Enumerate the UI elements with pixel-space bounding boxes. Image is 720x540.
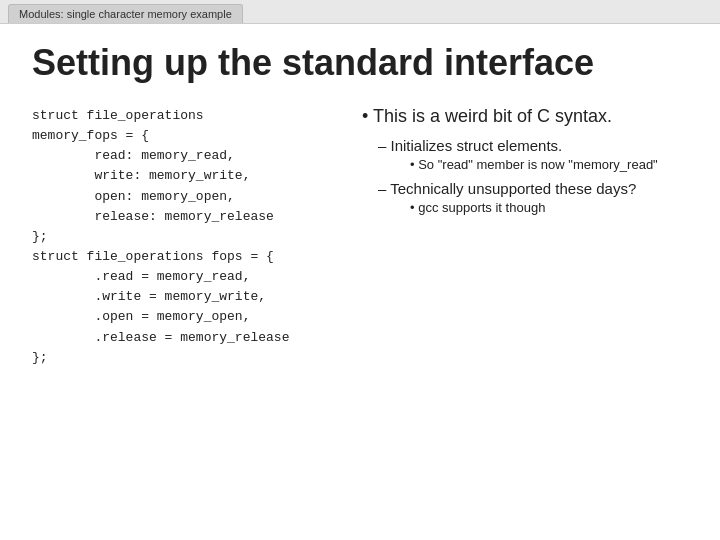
bullet-main: • This is a weird bit of C syntax.: [362, 106, 688, 127]
content-area: struct file_operations memory_fops = { r…: [32, 106, 688, 368]
sub-bullet: gcc supports it though: [410, 200, 688, 215]
page-title: Setting up the standard interface: [32, 42, 688, 84]
dash-item: Technically unsupported these days?gcc s…: [378, 180, 688, 215]
tab-modules[interactable]: Modules: single character memory example: [8, 4, 243, 23]
dash-item: Initializes struct elements.So "read" me…: [378, 137, 688, 172]
dash-items: Initializes struct elements.So "read" me…: [362, 137, 688, 215]
tab-bar: Modules: single character memory example: [0, 0, 720, 24]
sub-bullet: So "read" member is now "memory_read": [410, 157, 688, 172]
code-block: struct file_operations memory_fops = { r…: [32, 106, 332, 368]
bullet-section: • This is a weird bit of C syntax. Initi…: [362, 106, 688, 223]
main-content: Setting up the standard interface struct…: [0, 24, 720, 388]
